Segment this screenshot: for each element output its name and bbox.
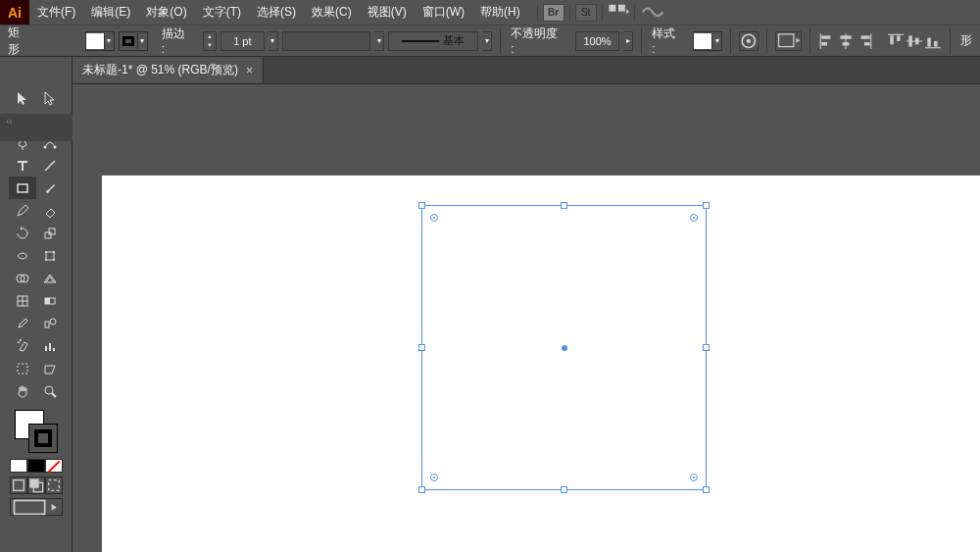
graphic-style-swatch[interactable]: ▾ — [693, 31, 722, 51]
selection-tool[interactable] — [9, 86, 36, 109]
align-top-button[interactable] — [887, 32, 905, 50]
chevron-down-icon[interactable]: ▾ — [482, 31, 492, 51]
paintbrush-tool[interactable] — [36, 176, 64, 199]
menu-object[interactable]: 对象(O) — [138, 0, 194, 25]
eyedropper-tool[interactable] — [9, 312, 36, 334]
variable-width-profile[interactable] — [282, 31, 370, 51]
color-wheel-icon — [740, 32, 758, 50]
opacity-input[interactable]: 100% — [575, 31, 619, 51]
shape-builder-tool[interactable] — [9, 267, 36, 289]
direct-selection-tool[interactable] — [36, 86, 64, 109]
artboard[interactable] — [102, 176, 980, 552]
scale-tool[interactable] — [36, 222, 64, 244]
menu-help[interactable]: 帮助(H) — [472, 0, 528, 25]
center-point[interactable] — [562, 345, 567, 351]
svg-rect-26 — [18, 184, 27, 192]
fill-stroke-control[interactable] — [15, 410, 58, 453]
stroke-weight-input[interactable]: 1 pt — [220, 31, 265, 51]
arrange-docs-button[interactable] — [608, 4, 629, 22]
chevron-down-icon[interactable]: ▸ — [623, 31, 633, 51]
stock-button[interactable]: St — [575, 4, 597, 22]
gradient-mode-button[interactable] — [27, 459, 45, 473]
handle-top-left[interactable] — [418, 202, 425, 209]
handle-mid-right[interactable] — [703, 344, 710, 351]
canvas-area[interactable]: 未标题-1* @ 51% (RGB/预览) × — [73, 57, 980, 552]
pencil-tool[interactable] — [9, 199, 36, 222]
hand-tool[interactable] — [9, 379, 36, 402]
menu-select[interactable]: 选择(S) — [249, 0, 304, 25]
document-tab[interactable]: 未标题-1* @ 51% (RGB/预览) × — [73, 57, 264, 83]
svg-rect-16 — [897, 35, 900, 41]
zoom-tool[interactable] — [36, 379, 64, 402]
gpu-preview-button[interactable] — [640, 4, 665, 22]
more-options-label[interactable]: 形 — [958, 32, 974, 49]
recolor-artwork-button[interactable] — [739, 31, 759, 51]
align-horizontal-group — [818, 32, 873, 50]
menu-view[interactable]: 视图(V) — [360, 0, 415, 25]
paintbrush-tool-icon — [42, 180, 58, 196]
color-mode-button[interactable] — [10, 459, 27, 473]
draw-mode-row — [10, 477, 63, 494]
align-right-button[interactable] — [856, 32, 873, 50]
type-tool[interactable] — [9, 154, 36, 176]
none-mode-button[interactable] — [45, 459, 63, 473]
separator — [766, 28, 767, 54]
blend-tool-icon — [42, 316, 58, 331]
svg-rect-22 — [934, 41, 937, 47]
rectangle-tool[interactable] — [9, 176, 36, 199]
width-tool[interactable] — [9, 244, 36, 267]
close-icon[interactable]: × — [246, 64, 253, 77]
align-to-button[interactable] — [775, 31, 803, 51]
menu-window[interactable]: 窗口(W) — [415, 0, 472, 25]
handle-bottom-center[interactable] — [561, 486, 567, 493]
handle-bottom-left[interactable] — [418, 486, 425, 493]
artboard-tool[interactable] — [9, 357, 36, 379]
handle-bottom-right[interactable] — [703, 486, 710, 493]
chevron-down-icon[interactable]: ▾ — [269, 31, 278, 51]
menu-separator — [634, 5, 635, 21]
menu-file[interactable]: 文件(F) — [29, 0, 83, 25]
align-left-button[interactable] — [818, 32, 836, 50]
align-hcenter-button[interactable] — [837, 32, 855, 50]
eraser-tool[interactable] — [36, 199, 64, 222]
menu-type[interactable]: 文字(T) — [195, 0, 249, 25]
draw-behind-button[interactable] — [27, 477, 45, 494]
brush-definition[interactable]: 基本 — [388, 31, 478, 51]
align-bottom-button[interactable] — [924, 32, 942, 50]
handle-top-right[interactable] — [703, 202, 710, 209]
panel-collapse-handle[interactable]: ‹‹ — [0, 114, 73, 141]
stroke-color-box — [120, 33, 137, 49]
perspective-grid-tool-icon — [42, 271, 58, 286]
corner-widget-bl[interactable] — [430, 474, 438, 481]
fill-swatch[interactable]: ▾ — [85, 31, 115, 51]
menu-effect[interactable]: 效果(C) — [304, 0, 360, 25]
stroke-weight-stepper[interactable]: ▲▼ — [203, 31, 217, 51]
selection-bounding-box[interactable] — [421, 205, 707, 490]
stroke-swatch-large[interactable] — [28, 424, 58, 453]
bridge-button[interactable]: Br — [543, 4, 564, 22]
stroke-swatch[interactable]: ▾ — [119, 31, 148, 51]
handle-mid-left[interactable] — [418, 344, 425, 351]
handle-top-center[interactable] — [561, 202, 567, 209]
corner-widget-br[interactable] — [690, 474, 698, 481]
rotate-tool[interactable] — [9, 222, 36, 244]
opacity-label: 不透明度 : — [509, 25, 571, 56]
style-label: 样式 : — [650, 25, 689, 56]
chevron-down-icon[interactable]: ▾ — [374, 31, 384, 51]
symbol-sprayer-tool[interactable] — [9, 334, 36, 357]
slice-tool[interactable] — [36, 357, 64, 379]
draw-inside-button[interactable] — [45, 477, 63, 494]
column-graph-tool[interactable] — [36, 334, 64, 357]
draw-normal-button[interactable] — [10, 477, 27, 494]
menu-edit[interactable]: 编辑(E) — [83, 0, 138, 25]
free-transform-tool[interactable] — [36, 244, 64, 267]
perspective-grid-tool[interactable] — [36, 267, 64, 289]
mesh-tool[interactable] — [9, 289, 36, 312]
corner-widget-tl[interactable] — [430, 214, 438, 222]
line-tool[interactable] — [36, 154, 64, 176]
align-vcenter-button[interactable] — [906, 32, 923, 50]
blend-tool[interactable] — [36, 312, 64, 334]
gradient-tool[interactable] — [36, 289, 64, 312]
screen-mode-button[interactable] — [10, 498, 63, 516]
corner-widget-tr[interactable] — [690, 214, 698, 222]
